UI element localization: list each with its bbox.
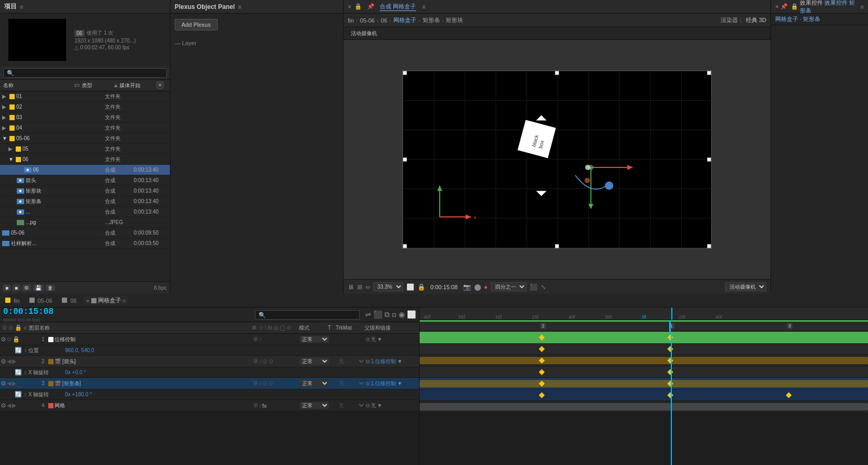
file-row-04[interactable]: ▶ 04 文件夹 (0, 123, 170, 133)
viewer-tab-active[interactable]: 合成 网格盒子 (380, 3, 416, 11)
effects-close[interactable]: × (775, 3, 779, 10)
new-comp-btn[interactable]: ■ (13, 284, 20, 291)
composition-canvas[interactable]: black box (402, 70, 712, 249)
kf-prop3-right[interactable] (667, 392, 673, 398)
ruler-playhead[interactable] (671, 308, 672, 320)
file-row-02[interactable]: ▶ 02 文件夹 (0, 102, 170, 112)
color-select-icon[interactable]: ● (484, 283, 488, 291)
bread-jxt[interactable]: 矩形条 (423, 16, 440, 24)
box-icon[interactable]: ⬛ (373, 310, 382, 319)
file-row-06[interactable]: ▼ 06 文件夹 (0, 154, 170, 165)
layer-4-mode[interactable]: 正常 (300, 402, 329, 409)
file-row-jiantou[interactable]: ■ 箭头 合成 0:00:13:40 (0, 175, 170, 186)
kf-prop2-left[interactable] (539, 369, 544, 375)
file-row-0506[interactable]: ▼ 05-06 文件夹 (0, 133, 170, 144)
bread-jxk[interactable]: 矩形块 (446, 16, 463, 24)
square-icon[interactable]: ⬜ (407, 310, 416, 319)
infinity-icon[interactable]: ∞ (366, 283, 370, 291)
lock-icon[interactable]: 🔒 (417, 283, 425, 291)
layer-1-lock[interactable]: 🔒 (13, 336, 20, 343)
tab-menu-icon[interactable]: ≡ (123, 298, 126, 304)
layer-4-arrow-r[interactable]: ▶ (12, 402, 16, 409)
layer-2-eye[interactable]: ⊙ (1, 358, 6, 365)
kf-prop3-extra[interactable] (786, 392, 791, 398)
project-menu-icon[interactable]: ≡ (20, 4, 23, 10)
layer-2-solo[interactable]: ◀ (7, 358, 11, 365)
shuffle-icon[interactable]: ⇌ (365, 310, 371, 319)
bread-06[interactable]: 06 (381, 17, 387, 24)
bread-0506[interactable]: 05-06 (360, 17, 374, 24)
camera-select[interactable]: 活动摄像机 (725, 282, 766, 291)
resize-icon[interactable]: ⤡ (541, 283, 546, 291)
viewer-menu[interactable]: ≡ (422, 4, 425, 10)
file-row-06comp[interactable]: ■ 06 合成 0:00:13:40 (0, 165, 170, 175)
prop-arrow-xrot3[interactable]: ↕ (24, 392, 27, 397)
file-row-dots[interactable]: ■ ... 合成 0:00:13:40 (0, 207, 170, 217)
layer-1-mode[interactable]: 正常 (300, 336, 329, 343)
quality-select[interactable]: 四分之一 二分之一 完整 (491, 282, 527, 291)
file-row-01[interactable]: ▶ 01 文件夹 (0, 91, 170, 102)
prop-value-pos[interactable]: 960.0, 540.0 (65, 347, 94, 353)
tab-close-icon[interactable]: × (86, 298, 89, 304)
timeline-search-input[interactable] (255, 310, 360, 320)
layer-2-arrow-r[interactable]: ▶ (12, 358, 16, 365)
add-plexus-button[interactable]: Add Plexus (175, 19, 218, 30)
kf-prop2-right[interactable] (667, 369, 673, 375)
plexus-menu-icon[interactable]: ≡ (238, 4, 241, 10)
circle-icon[interactable]: ◉ (399, 310, 405, 319)
track-playhead[interactable] (671, 332, 672, 465)
layer-row-4[interactable]: ⊙ ◀ ▶ 4 网格 单 / fx 正常 (0, 400, 419, 411)
kf-prop3-left[interactable] (539, 392, 544, 398)
layer-1-solo[interactable]: ⊙ (7, 336, 12, 343)
canvas-area[interactable]: black box (344, 40, 770, 279)
timeline-tab-0506[interactable]: 05-06 (27, 297, 55, 304)
layer-1-eye[interactable]: ⊙ (1, 336, 6, 343)
color-circle-icon[interactable]: ⬤ (474, 283, 481, 291)
layer-4-eye[interactable]: ⊙ (1, 402, 6, 409)
prop-value-xrot3[interactable]: 0x +180.0 ° (65, 392, 92, 397)
prop-value-xrot2[interactable]: 0x +0.0 ° (65, 369, 86, 375)
viewer-close[interactable]: × (348, 3, 351, 10)
frame-icon[interactable]: ⬜ (406, 283, 414, 291)
layer-3-mode[interactable]: 正常 (300, 380, 329, 387)
layer-2-mode[interactable]: 正常 (300, 358, 329, 365)
layers-icon[interactable]: ⧉ (384, 310, 390, 319)
timeline-tab-wgez[interactable]: × 网格盒子 ≡ (84, 296, 128, 305)
layer-4-trkmat[interactable]: 无 (337, 402, 366, 409)
layer-row-1[interactable]: ⊙ ⊙ 🔒 1 位移控制 单 / 正常 (0, 334, 419, 345)
effects-menu[interactable]: ≡ (861, 4, 864, 10)
project-search-input[interactable] (3, 68, 167, 78)
layers2-icon[interactable]: ⧈ (392, 310, 397, 319)
monitor-icon[interactable]: 🖥 (348, 283, 354, 291)
prop-arrow-xrot2[interactable]: ↕ (24, 369, 27, 375)
layer-row-3[interactable]: ⊙ ◀ ▶ 3 🎬 [矩形条] 单 / ◎ ⊙ 正常 (0, 378, 419, 389)
frame-sq-icon[interactable]: ⬛ (530, 283, 538, 291)
layer-3-arrow-r[interactable]: ▶ (12, 380, 16, 387)
delete-btn[interactable]: 🗑 (46, 284, 55, 291)
prop-arrow-pos[interactable]: ↕ (24, 347, 27, 353)
file-row-juxingkuai[interactable]: ■ 矩形块 合成 0:00:13:40 (0, 186, 170, 196)
kf-prop1-right[interactable] (667, 346, 673, 352)
file-row-03[interactable]: ▶ 03 文件夹 (0, 112, 170, 123)
file-row-05[interactable]: ▶ 05 文件夹 (0, 144, 170, 154)
file-row-jiegou[interactable]: 社样解析... 合成 0:00:03:50 (0, 238, 170, 249)
layer-2-trkmat[interactable]: 无 (337, 358, 366, 365)
file-row-dotpg[interactable]: ...pg ...JPEG (0, 217, 170, 228)
file-row-0506b[interactable]: 05-06 合成 0:00:09:50 (0, 228, 170, 238)
new-folder-btn[interactable]: ■ (3, 284, 10, 291)
grid-icon[interactable]: ⊞ (357, 283, 362, 291)
layer-3-solo[interactable]: ◀ (7, 380, 11, 387)
layer-4-solo[interactable]: ◀ (7, 402, 11, 409)
timeline-tab-fin[interactable]: fin (3, 297, 22, 304)
bread-fin[interactable]: fin (348, 17, 354, 24)
settings-btn[interactable]: ⚙ (22, 284, 31, 291)
kf-prop1-left[interactable] (539, 346, 544, 352)
layer-3-eye[interactable]: ⊙ (1, 380, 6, 387)
zoom-select[interactable]: 33.3% 50% 100% (373, 282, 403, 291)
save-btn[interactable]: 💾 (33, 284, 44, 291)
layer-3-trkmat[interactable]: 无 (337, 380, 366, 387)
snap-icon[interactable]: 📷 (463, 283, 471, 291)
bread-wgez[interactable]: 网格盒子 (393, 16, 416, 24)
layer-row-2[interactable]: ⊙ ◀ ▶ 2 🎬 [箭头] 单 / ◎ ⊙ 正常 (0, 356, 419, 367)
file-row-juxingtiao[interactable]: ■ 矩形条 合成 0:00:13:40 (0, 196, 170, 207)
